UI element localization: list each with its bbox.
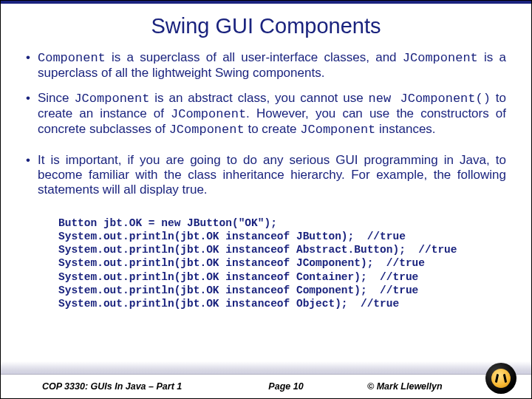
text-span: Since (38, 91, 74, 105)
bullet-text: Since JComponent is an abstract class, y… (38, 91, 506, 137)
code-block: Button jbt.OK = new JButton("OK"); Syste… (26, 208, 506, 310)
footer-gradient (1, 361, 531, 375)
footer: COP 3330: GUIs In Java – Part 1 Page 10 … (1, 361, 531, 398)
bullet-item: •It is important, if you are going to do… (26, 153, 506, 197)
slide-title: Swing GUI Components (1, 4, 531, 50)
code-span: JComponent (300, 123, 375, 137)
code-span: Component (38, 51, 106, 65)
bullet-item: •Component is a superclass of all user-i… (26, 50, 506, 81)
slide: Swing GUI Components •Component is a sup… (0, 0, 532, 399)
code-span: JComponent (171, 107, 246, 121)
slide-body: •Component is a superclass of all user-i… (1, 50, 531, 310)
footer-page: Page 10 (219, 381, 352, 392)
text-span: instances. (375, 122, 435, 136)
bullet-dot: • (26, 91, 38, 137)
code-span: new JComponent() (369, 92, 491, 106)
code-span: JComponent (169, 123, 245, 137)
bullet-text: It is important, if you are going to do … (38, 153, 506, 197)
text-span: is an abstract class, you cannot use (149, 91, 368, 105)
bullet-text: Component is a superclass of all user-in… (38, 50, 506, 81)
bullet-dot: • (26, 50, 38, 81)
text-span: It is important, if you are going to do … (38, 153, 506, 197)
footer-course: COP 3330: GUIs In Java – Part 1 (42, 381, 219, 392)
text-span: to create (245, 122, 301, 136)
ucf-logo-icon (485, 363, 516, 394)
bullet-dot: • (26, 153, 38, 197)
text-span: is a superclass of all user-interface cl… (106, 50, 403, 64)
code-span: JComponent (403, 51, 478, 65)
code-span: JComponent (74, 92, 149, 106)
footer-bar: COP 3330: GUIs In Java – Part 1 Page 10 … (1, 375, 531, 398)
bullet-item: •Since JComponent is an abstract class, … (26, 91, 506, 137)
